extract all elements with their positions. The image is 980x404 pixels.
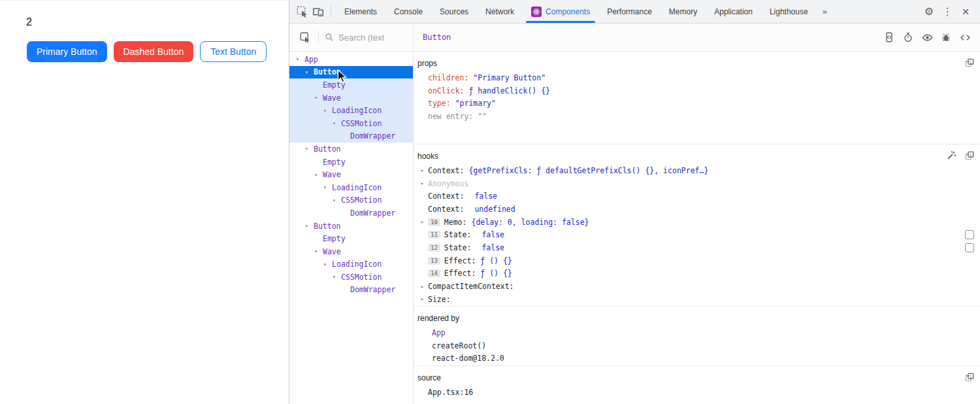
source-file[interactable]: App.tsx:16 <box>414 386 980 399</box>
disclosure-triangle-icon[interactable]: ▸ <box>421 296 428 302</box>
eye-icon[interactable] <box>921 31 933 43</box>
copy-icon[interactable] <box>964 58 974 67</box>
more-tabs-button[interactable]: » <box>817 7 834 16</box>
device-toolbar-icon[interactable] <box>310 3 326 20</box>
tab-lighthouse[interactable]: Lighthouse <box>761 0 817 23</box>
hook-name: CompactItemContext: <box>428 282 514 291</box>
suspend-component-icon[interactable] <box>883 31 895 43</box>
devtools-tabbar: ElementsConsoleSourcesNetworkComponentsP… <box>289 0 980 24</box>
hook-name: Context: <box>428 166 464 175</box>
tree-node-label: Empty <box>323 80 346 90</box>
chevron-down-icon[interactable]: ▾ <box>305 146 314 152</box>
tree-node-domwrapper[interactable]: DomWrapper <box>289 130 413 143</box>
tree-node-cssmotion[interactable]: ▾CSSMotion <box>289 194 413 207</box>
close-icon[interactable]: × <box>956 3 975 20</box>
tree-node-label: DomWrapper <box>350 209 395 218</box>
tree-node-wave[interactable]: ▾Wave <box>289 168 413 181</box>
hook-name: Memo: <box>444 218 467 227</box>
bug-icon[interactable] <box>940 31 952 43</box>
copy-icon[interactable] <box>964 150 974 160</box>
danger-button[interactable]: Dashed Button <box>114 41 194 62</box>
hook-row-size[interactable]: ▸Size: <box>414 293 980 306</box>
hook-row-memo[interactable]: ▸10Memo:{delay: 0, loading: false} <box>414 216 980 229</box>
hook-row-compactitemcontext[interactable]: ▸CompactItemContext: <box>414 280 980 293</box>
tab-elements[interactable]: Elements <box>336 0 385 23</box>
chevron-down-icon[interactable]: ▾ <box>333 120 341 126</box>
tab-performance[interactable]: Performance <box>598 0 661 23</box>
chevron-down-icon[interactable]: ▾ <box>314 95 323 101</box>
chevron-down-icon[interactable]: ▾ <box>305 69 314 75</box>
search-box[interactable] <box>325 33 401 42</box>
tree-node-wave[interactable]: ▾Wave <box>289 92 413 105</box>
copy-icon[interactable] <box>964 372 974 382</box>
tree-node-button[interactable]: ▾Button <box>289 143 413 156</box>
selected-component-title: Button <box>423 33 451 42</box>
disclosure-triangle-icon[interactable]: ▸ <box>421 219 428 225</box>
chevron-down-icon[interactable]: ▾ <box>314 172 323 178</box>
chevron-down-icon[interactable]: ▾ <box>305 223 314 229</box>
stopwatch-icon[interactable] <box>902 31 914 43</box>
tree-node-cssmotion[interactable]: ▾CSSMotion <box>289 117 413 130</box>
tree-node-button[interactable]: ▾Button <box>289 66 413 79</box>
prop-row-new-entry[interactable]: new entry:"" <box>414 110 980 123</box>
hook-row-effect[interactable]: 13Effect:ƒ () {} <box>414 254 980 267</box>
hook-row-anonymous[interactable]: ▸Anonymous <box>414 177 980 190</box>
react-components-icon <box>531 7 542 17</box>
tree-node-domwrapper[interactable]: DomWrapper <box>289 284 413 297</box>
tab-components[interactable]: Components <box>523 0 598 23</box>
hooks-actions <box>947 150 974 160</box>
tab-console[interactable]: Console <box>385 0 431 23</box>
tab-network[interactable]: Network <box>477 0 523 23</box>
tree-node-empty[interactable]: Empty <box>289 78 413 92</box>
tab-sources[interactable]: Sources <box>431 0 477 23</box>
prop-key: type: <box>428 99 451 108</box>
state-toggle-checkbox[interactable] <box>965 243 974 252</box>
tree-node-empty[interactable]: Empty <box>289 156 413 169</box>
tree-node-loadingicon[interactable]: ▾LoadingIcon <box>289 258 413 271</box>
inspect-element-icon[interactable] <box>295 3 310 20</box>
prop-row-onClick[interactable]: onClick:ƒ handleClick() {} <box>414 84 980 97</box>
tree-node-button[interactable]: ▾Button <box>289 220 413 233</box>
chevron-down-icon[interactable]: ▾ <box>323 108 332 114</box>
tab-application[interactable]: Application <box>706 0 761 23</box>
hook-row-effect[interactable]: 14Effect:ƒ () {} <box>414 267 980 280</box>
state-toggle-checkbox[interactable] <box>965 230 974 239</box>
tab-memory[interactable]: Memory <box>661 0 706 23</box>
chevron-down-icon[interactable]: ▾ <box>323 184 332 190</box>
hook-row-context[interactable]: ▸Context:{getPrefixCls: ƒ defaultGetPref… <box>414 164 980 177</box>
primary-button[interactable]: Primary Button <box>27 41 107 62</box>
prop-row-children[interactable]: children:"Primary Button" <box>414 71 980 84</box>
select-component-icon[interactable] <box>297 29 313 46</box>
chevron-down-icon[interactable]: ▾ <box>296 56 304 62</box>
hook-row-context[interactable]: Context:undefined <box>414 203 980 216</box>
search-input[interactable] <box>338 33 401 42</box>
tab-label: Application <box>714 7 753 16</box>
chevron-down-icon[interactable]: ▾ <box>323 261 332 267</box>
tree-node-label: LoadingIcon <box>332 183 382 192</box>
tree-node-loadingicon[interactable]: ▾LoadingIcon <box>289 181 413 194</box>
hook-row-state[interactable]: 12State:false <box>414 241 980 254</box>
hook-row-state[interactable]: 11State:false <box>414 228 980 241</box>
tree-node-empty[interactable]: Empty <box>289 232 413 245</box>
view-source-icon[interactable] <box>959 31 971 43</box>
props-actions <box>964 58 974 67</box>
prop-value: ƒ handleClick() {} <box>468 86 550 95</box>
chevron-down-icon[interactable]: ▾ <box>333 197 341 203</box>
hook-row-context[interactable]: Context:false <box>414 190 980 203</box>
rendered-by-app[interactable]: App <box>414 326 980 339</box>
tree-node-wave[interactable]: ▾Wave <box>289 245 413 258</box>
disclosure-triangle-icon[interactable]: ▸ <box>421 167 428 173</box>
prop-row-type[interactable]: type:"primary" <box>414 97 980 110</box>
settings-gear-icon[interactable]: ⚙ <box>920 3 938 20</box>
chevron-down-icon[interactable]: ▾ <box>314 248 323 254</box>
tree-node-loadingicon[interactable]: ▾LoadingIcon <box>289 104 413 117</box>
outline-button[interactable]: Text Button <box>200 41 267 62</box>
disclosure-triangle-icon[interactable]: ▸ <box>421 284 428 290</box>
tree-node-domwrapper[interactable]: DomWrapper <box>289 207 413 220</box>
magic-wand-icon[interactable] <box>947 150 956 160</box>
tree-node-cssmotion[interactable]: ▾CSSMotion <box>289 271 413 284</box>
kebab-menu-icon[interactable]: ⋮ <box>938 3 956 20</box>
disclosure-triangle-icon[interactable]: ▸ <box>421 180 428 186</box>
tree-node-app[interactable]: ▾App <box>289 53 413 66</box>
chevron-down-icon[interactable]: ▾ <box>333 274 341 280</box>
